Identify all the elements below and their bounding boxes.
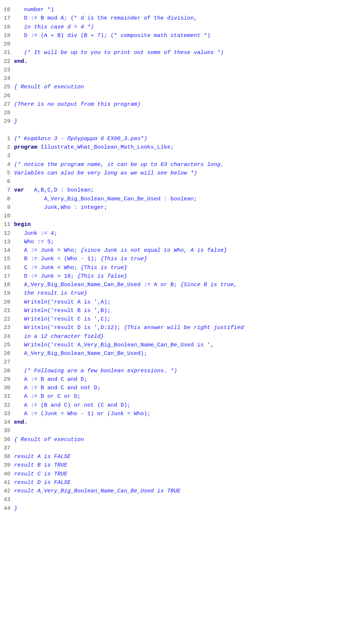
line-content: in a 12 character field} [14, 332, 355, 341]
line-content: A_Very_Big_Boolean_Name_Can_Be_Used := A… [14, 281, 355, 289]
line-content: Writeln('result C is ',C); [14, 315, 355, 323]
line-number: 20 [0, 40, 14, 48]
code-line: 16 C := Junk < Who; {This is true} [0, 264, 355, 272]
line-number: 28 [0, 109, 14, 117]
code-line: 36{ Result of execution [0, 435, 355, 444]
line-content: (* notice the program name, it can be up… [14, 160, 355, 169]
line-content [14, 444, 355, 453]
line-content: } [14, 117, 355, 126]
code-line: 29} [0, 117, 355, 126]
line-number: 23 [0, 66, 14, 74]
line-content: result A_Very_Big_Boolean_Name_Can_Be_Us… [14, 487, 355, 495]
line-number: 36 [0, 435, 14, 444]
line-number: 18 [0, 23, 14, 31]
code-line: 30 A := B and C and not D; [0, 384, 355, 392]
line-content: C := Junk < Who; {This is true} [14, 264, 355, 272]
line-content: Writeln('result B is ',B); [14, 306, 355, 315]
line-number: 26 [0, 92, 14, 100]
code-line: 21 (* It will be up to you to print out … [0, 48, 355, 57]
code-line: 8 A_Very_Big_Boolean_Name_Can_Be_Used : … [0, 195, 355, 203]
code-line: 33 A := (Junk = Who - 1) or (Junk = Who)… [0, 410, 355, 418]
line-content: number *) [14, 6, 355, 14]
line-number: 17 [0, 14, 14, 23]
line-number: 24 [0, 74, 14, 83]
line-number: 18 [0, 281, 14, 289]
line-content [14, 427, 355, 435]
line-content: Who := 5; [14, 238, 355, 246]
line-number: 19 [0, 31, 14, 40]
line-number: 31 [0, 392, 14, 401]
code-line: 25 Writeln('result A_Very_Big_Boolean_Na… [0, 341, 355, 349]
line-number: 24 [0, 332, 14, 341]
line-content: A := B and C and D; [14, 375, 355, 384]
line-content [14, 66, 355, 74]
line-number: 8 [0, 195, 14, 203]
code-line: 34end. [0, 418, 355, 427]
code-line: 22 Writeln('result C is ',C); [0, 315, 355, 323]
line-number: 39 [0, 461, 14, 470]
line-content: { Result of execution [14, 83, 355, 91]
line-content: (There is no output from this program) [14, 100, 355, 109]
code-line: 11begin [0, 220, 355, 229]
code-line: 6 [0, 177, 355, 186]
line-number: 29 [0, 117, 14, 126]
line-number: 42 [0, 487, 14, 495]
code-line: 9 Junk,Who : integer; [0, 203, 355, 212]
line-number: 16 [0, 6, 14, 14]
line-number: 25 [0, 83, 14, 91]
line-number: 27 [0, 100, 14, 109]
line-content: D := B mod A; (* d is the remainder of t… [14, 14, 355, 23]
line-number: 4 [0, 160, 14, 169]
line-number: 25 [0, 341, 14, 349]
code-line: 14 A := Junk = Who; {since Junk is not e… [0, 246, 355, 255]
line-content: Junk,Who : integer; [14, 203, 355, 212]
line-number: 9 [0, 203, 14, 212]
line-content: A_Very_Big_Boolean_Name_Can_Be_Used); [14, 349, 355, 358]
line-content: A := B and C and not D; [14, 384, 355, 392]
code-line: 13 Who := 5; [0, 238, 355, 246]
code-line: 16 number *) [0, 6, 355, 14]
code-line: 20 [0, 40, 355, 48]
line-number: 38 [0, 453, 14, 461]
code-line: 31 A := B or C or D; [0, 392, 355, 401]
line-number: 7 [0, 186, 14, 194]
code-line: 42result A_Very_Big_Boolean_Name_Can_Be_… [0, 487, 355, 495]
line-content [14, 358, 355, 366]
code-line: 10 [0, 212, 355, 220]
code-line: 28 [0, 109, 355, 117]
line-content: B := Junk = (Who - 1); {This is true} [14, 255, 355, 263]
code-line: 39result B is TRUE [0, 461, 355, 470]
line-content: program Illustrate_What_Boolean_Math_Loo… [14, 143, 355, 152]
line-number: 17 [0, 272, 14, 281]
code-line: 21 Writeln('result B is ',B); [0, 306, 355, 315]
line-content [14, 177, 355, 186]
line-number: 34 [0, 418, 14, 427]
line-number: 10 [0, 212, 14, 220]
code-line: 25{ Result of execution [0, 83, 355, 91]
line-content: Writeln('result D is ',D:12); {This answ… [14, 323, 355, 332]
line-number: 1 [0, 135, 14, 143]
line-number: 20 [0, 298, 14, 306]
line-content: var A,B,C,D : boolean; [14, 186, 355, 194]
line-content: Junk := 4; [14, 229, 355, 238]
line-content: A := B or C or D; [14, 392, 355, 401]
line-content: D := (A + B) div (B + 7); (* composite m… [14, 31, 355, 40]
code-line: 18 in this case d = 4 *) [0, 23, 355, 31]
line-content: Writeln('result A is ',A); [14, 298, 355, 306]
code-line: 37 [0, 444, 355, 453]
line-content: A := (Junk = Who - 1) or (Junk = Who); [14, 410, 355, 418]
code-line: 44} [0, 504, 355, 513]
line-number: 35 [0, 427, 14, 435]
code-line: 38result A is FALSE [0, 453, 355, 461]
line-number: 3 [0, 152, 14, 160]
line-number: 21 [0, 48, 14, 57]
code-line: 35 [0, 427, 355, 435]
line-content: Writeln('result A_Very_Big_Boolean_Name_… [14, 341, 355, 349]
line-content: D := Junk > 10; {This is false} [14, 272, 355, 281]
line-number: 43 [0, 495, 14, 504]
code-line: 23 [0, 66, 355, 74]
line-content [14, 126, 355, 135]
code-line: 27 [0, 358, 355, 366]
code-line: 41result D is FALSE [0, 478, 355, 487]
line-content: { Result of execution [14, 435, 355, 444]
